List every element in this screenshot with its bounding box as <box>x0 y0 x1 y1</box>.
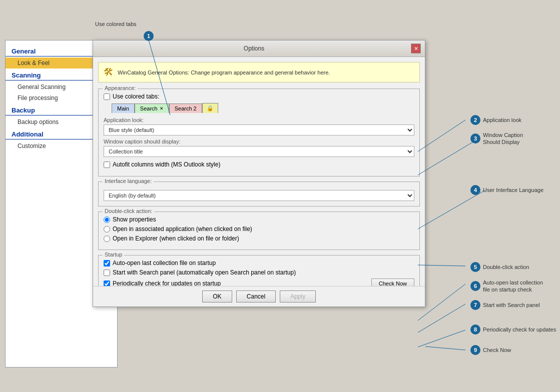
apply-button[interactable]: Apply <box>280 290 316 302</box>
info-bar: 🛠 WinCatalog General Options: Change pro… <box>98 62 420 82</box>
use-colored-tabs-checkbox[interactable] <box>104 94 110 100</box>
svg-line-7 <box>418 330 465 347</box>
language-group: Interface language: English (by default)… <box>98 182 420 206</box>
close-button[interactable]: ✕ <box>411 44 421 54</box>
callout-2: 2 Application look <box>470 115 521 125</box>
callout-4: 4 User Interface Language <box>470 185 543 195</box>
svg-line-3 <box>418 190 485 229</box>
radio-open-explorer-input[interactable] <box>104 236 110 242</box>
autofit-checkbox[interactable] <box>104 162 110 168</box>
app-look-label: Application look: <box>104 117 414 123</box>
startup-search-panel-row: Start with Search panel (automatically o… <box>104 269 414 276</box>
dialog-body: 🛠 WinCatalog General Options: Change pro… <box>93 57 425 306</box>
tab-main: Main <box>112 104 135 113</box>
dialog-titlebar: Options ✕ <box>93 40 425 57</box>
cancel-button[interactable]: Cancel <box>236 290 276 302</box>
double-click-group: Double-click action: Show properties Ope… <box>98 212 420 250</box>
svg-line-6 <box>418 304 465 332</box>
radio-show-properties-input[interactable] <box>104 216 110 223</box>
info-icon: 🛠 <box>104 66 114 78</box>
ok-button[interactable]: OK <box>202 290 232 302</box>
dialog-title: Options <box>97 45 411 52</box>
options-dialog: Options ✕ 🛠 WinCatalog General Options: … <box>93 40 425 307</box>
tab-search2: Search 2 <box>169 104 202 113</box>
startup-search-panel-label: Start with Search panel (automatically o… <box>113 269 296 276</box>
window-caption-label: Window caption should display: <box>104 138 414 144</box>
callout-6-circle: 6 <box>470 281 480 291</box>
language-title: Interface language: <box>103 178 154 184</box>
svg-line-2 <box>418 139 478 175</box>
info-text: WinCatalog General Options: Change progr… <box>118 70 330 76</box>
callout-6-label: Auto-open last collectionfile on startup… <box>483 279 543 294</box>
autofit-row: Autofit columns width (MS Outlook style) <box>104 161 414 168</box>
startup-title: Startup <box>103 252 124 258</box>
app-look-select[interactable]: Blue style (default) Windows style Offic… <box>104 124 414 136</box>
callout-5-label: Double-click action <box>483 264 529 270</box>
callout-8-label: Periodically check for updates <box>483 326 556 332</box>
svg-line-8 <box>425 346 465 350</box>
tab-lock: 🔒 <box>202 103 218 113</box>
callout-7-circle: 7 <box>470 300 480 310</box>
tabs-preview: Main Search ✕ Search 2 🔒 <box>112 103 414 113</box>
callout-5-circle: 5 <box>470 262 480 272</box>
startup-auto-open-label: Auto-open last collection file on startu… <box>113 260 216 266</box>
callout-7-label: Start with Search panel <box>483 302 540 308</box>
callout-7: 7 Start with Search panel <box>470 300 540 310</box>
radio-show-properties: Show properties <box>104 216 414 223</box>
radio-associated-app-label: Open in associated application (when cli… <box>113 226 252 232</box>
window-caption-select[interactable]: Collection title File name Both <box>104 146 414 157</box>
callout-9-label: Check Now <box>483 347 511 353</box>
tab-search: Search ✕ <box>135 104 169 113</box>
callout-3-circle: 3 <box>470 134 480 144</box>
callout-1-label: Use colored tabs <box>95 21 137 27</box>
callout-3: 3 Window CaptionShould Display <box>470 132 523 146</box>
callout-2-circle: 2 <box>470 115 480 125</box>
bottom-bar: OK Cancel Apply <box>93 286 425 306</box>
radio-associated-app: Open in associated application (when cli… <box>104 226 414 232</box>
radio-show-properties-label: Show properties <box>113 216 156 223</box>
double-click-title: Double-click action: <box>103 208 154 214</box>
radio-open-explorer-label: Open in Explorer (when clicked on file o… <box>113 235 239 242</box>
startup-search-panel-checkbox[interactable] <box>104 270 110 276</box>
autofit-label: Autofit columns width (MS Outlook style) <box>113 161 220 168</box>
callout-8: 8 Periodically check for updates <box>470 324 556 334</box>
callout-1-circle: 1 <box>144 31 154 41</box>
startup-auto-open-checkbox[interactable] <box>104 260 110 266</box>
radio-open-explorer: Open in Explorer (when clicked on file o… <box>104 235 414 242</box>
appearance-title: Appearance: <box>103 85 138 91</box>
use-colored-tabs-label: Use colored tabs: <box>113 93 159 100</box>
callout-4-label: User Interface Language <box>483 187 543 193</box>
callout-5: 5 Double-click action <box>470 262 529 272</box>
callout-8-circle: 8 <box>470 324 480 334</box>
use-colored-tabs-row: Use colored tabs: <box>104 93 414 100</box>
callout-6: 6 Auto-open last collectionfile on start… <box>470 279 543 294</box>
startup-auto-open-row: Auto-open last collection file on startu… <box>104 260 414 266</box>
callout-4-circle: 4 <box>470 185 480 195</box>
callout-3-label: Window CaptionShould Display <box>483 132 523 146</box>
callout-9: 9 Check Now <box>470 345 511 355</box>
callout-9-circle: 9 <box>470 345 480 355</box>
radio-associated-app-input[interactable] <box>104 226 110 232</box>
appearance-group: Appearance: Use colored tabs: Main Searc… <box>98 88 420 176</box>
language-select[interactable]: English (by default) German French Spani… <box>104 190 414 201</box>
callout-2-label: Application look <box>483 117 521 123</box>
